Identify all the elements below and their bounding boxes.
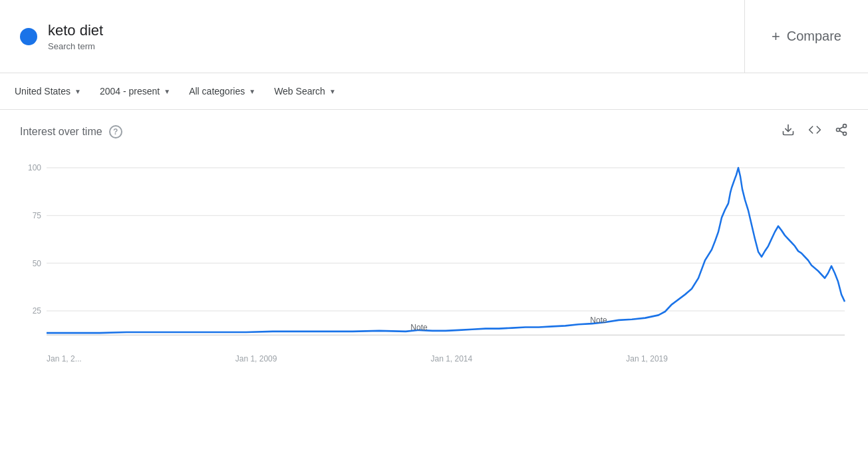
download-icon[interactable] [782, 123, 795, 140]
embed-icon[interactable] [808, 123, 821, 140]
search-term-title: keto diet [48, 22, 103, 39]
filters-bar: United States ▼ 2004 - present ▼ All cat… [0, 73, 868, 110]
svg-text:50: 50 [33, 258, 41, 268]
x-label-2009: Jan 1, 2009 [235, 354, 277, 363]
svg-line-4 [839, 130, 843, 132]
svg-text:75: 75 [33, 211, 41, 220]
svg-text:100: 100 [28, 163, 41, 172]
chart-title: Interest over time [20, 126, 102, 138]
svg-text:Note: Note [410, 322, 427, 332]
search-type-filter[interactable]: Web Search ▼ [266, 82, 344, 101]
x-label-2014: Jan 1, 2014 [430, 354, 472, 363]
svg-text:25: 25 [33, 306, 41, 316]
x-label-2004: Jan 1, 2... [47, 354, 82, 363]
time-range-filter[interactable]: 2004 - present ▼ [92, 82, 178, 101]
search-term-text: keto diet Search term [48, 22, 103, 51]
header: keto diet Search term + Compare [0, 0, 868, 73]
chart-title-group: Interest over time ? [20, 125, 122, 138]
search-term-dot [20, 28, 37, 45]
svg-text:Note: Note [590, 316, 607, 325]
region-filter[interactable]: United States ▼ [7, 82, 89, 101]
svg-line-5 [839, 126, 843, 128]
share-icon[interactable] [835, 123, 848, 140]
search-term-subtitle: Search term [48, 41, 103, 51]
time-range-chevron: ▼ [164, 88, 170, 95]
search-type-label: Web Search [274, 86, 325, 97]
chart-area: 100 75 50 25 Note Note [20, 146, 848, 353]
chart-actions [782, 123, 848, 140]
help-icon[interactable]: ? [109, 125, 122, 138]
compare-label: Compare [787, 29, 841, 44]
compare-plus-icon: + [772, 28, 780, 45]
time-range-label: 2004 - present [100, 86, 160, 97]
region-chevron: ▼ [74, 88, 81, 95]
chart-header: Interest over time ? [20, 123, 848, 140]
search-type-chevron: ▼ [329, 88, 336, 95]
categories-chevron: ▼ [249, 88, 255, 95]
region-label: United States [15, 86, 71, 97]
chart-section: Interest over time ? [0, 110, 868, 370]
compare-section[interactable]: + Compare [745, 28, 868, 45]
categories-label: All categories [189, 86, 245, 97]
categories-filter[interactable]: All categories ▼ [181, 82, 263, 101]
x-label-spacer [821, 354, 848, 363]
x-label-2019: Jan 1, 2019 [626, 354, 668, 363]
search-term-section: keto diet Search term [0, 0, 745, 73]
trend-chart: 100 75 50 25 Note Note [20, 146, 848, 353]
x-axis-labels: Jan 1, 2... Jan 1, 2009 Jan 1, 2014 Jan … [20, 353, 848, 363]
